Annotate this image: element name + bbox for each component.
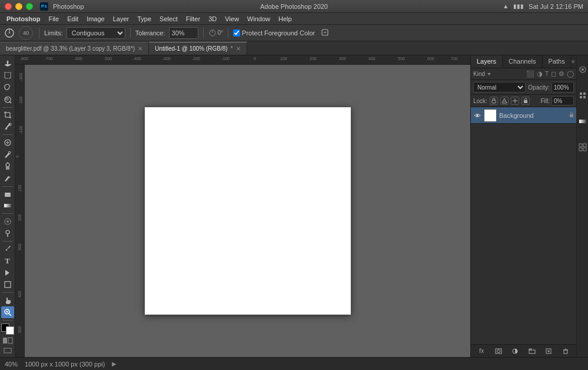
tool-gradient[interactable] — [1, 200, 14, 212]
svg-rect-49 — [570, 114, 573, 117]
menu-file[interactable]: File — [44, 14, 63, 24]
filter-smart-icon[interactable]: ⚙ — [559, 70, 564, 78]
svg-point-32 — [5, 249, 7, 251]
tool-zoom[interactable] — [1, 306, 14, 318]
tab-untitled[interactable]: Untitled-1 @ 100% (RGB/8) * ✕ — [149, 42, 247, 55]
lock-image-icon[interactable] — [500, 97, 509, 105]
panel-options-icon[interactable]: ≡ — [572, 58, 575, 65]
panel-btn-gradients[interactable] — [578, 110, 587, 133]
title-bar-right: ▲ ▮▮▮ Sat Jul 2 12:16 PM — [503, 3, 583, 10]
sep1 — [39, 28, 39, 38]
menu-select[interactable]: Select — [155, 14, 182, 24]
tool-crop[interactable] — [1, 109, 14, 120]
create-group-button[interactable] — [527, 346, 537, 356]
layers-search-bar: Kind ⬛ ◑ T ◻ ⚙ ◯ — [471, 68, 576, 80]
svg-point-2 — [9, 32, 10, 34]
canvas-scroll-area[interactable] — [25, 65, 470, 357]
layers-tabs: Layers Channels Paths ≡ — [471, 55, 576, 68]
delete-layer-button[interactable] — [561, 346, 570, 356]
lock-move-icon[interactable] — [511, 97, 519, 105]
tool-hand[interactable] — [1, 295, 14, 306]
svg-line-10 — [9, 101, 11, 103]
svg-rect-65 — [580, 96, 582, 98]
color-swatch[interactable] — [1, 323, 14, 335]
layers-panel: Layers Channels Paths ≡ Kind ⬛ ◑ T ◻ ⚙ ◯ — [470, 55, 576, 357]
tab-bearglitter-label: bearglitter.pdf @ 33.3% (Layer 3 copy 3,… — [6, 45, 135, 52]
tool-quick-select[interactable] — [1, 94, 14, 105]
panel-btn-patterns[interactable] — [578, 136, 587, 159]
tool-type[interactable]: T — [1, 255, 14, 266]
tool-move[interactable] — [1, 58, 14, 69]
menu-layer[interactable]: Layer — [109, 14, 134, 24]
layer-item-background[interactable]: Background — [471, 107, 576, 124]
maximize-button[interactable] — [26, 3, 33, 10]
tool-pen[interactable] — [1, 243, 14, 255]
svg-rect-41 — [4, 348, 11, 353]
protect-foreground-checkbox[interactable]: Protect Foreground Color — [233, 29, 315, 37]
layer-name: Background — [499, 112, 567, 119]
filter-toggle-icon[interactable]: ◯ — [567, 70, 574, 78]
status-arrow[interactable]: ▶ — [112, 361, 117, 367]
tab-layers[interactable]: Layers — [471, 55, 503, 68]
menu-photoshop[interactable]: Photoshop — [2, 14, 44, 24]
tab-bearglitter[interactable]: bearglitter.pdf @ 33.3% (Layer 3 copy 3,… — [0, 42, 149, 55]
tool-dodge[interactable] — [1, 227, 14, 239]
filter-shape-icon[interactable]: ◻ — [551, 70, 556, 78]
add-adjustment-button[interactable] — [510, 346, 520, 356]
limits-select[interactable]: Contiguous Discontiguous Find Edges — [67, 27, 125, 39]
tool-mask-mode[interactable] — [2, 336, 13, 346]
tool-path-select[interactable] — [1, 267, 14, 278]
wifi-icon: ▲ — [503, 3, 509, 9]
tool-lasso[interactable] — [1, 82, 14, 93]
menu-window[interactable]: Window — [243, 14, 274, 24]
filter-type-icon[interactable]: T — [545, 71, 549, 77]
tool-marquee[interactable] — [1, 70, 14, 81]
panel-btn-swatches[interactable] — [578, 84, 587, 107]
menu-view[interactable]: View — [221, 14, 243, 24]
panel-btn-color[interactable] — [578, 58, 587, 81]
create-layer-button[interactable] — [544, 346, 553, 356]
tool-shape[interactable] — [1, 279, 14, 290]
tool-screen-mode[interactable] — [4, 348, 12, 355]
tab-channels[interactable]: Channels — [503, 55, 542, 68]
add-mask-button[interactable] — [494, 346, 503, 356]
filter-kind-label: Kind — [473, 71, 485, 77]
tab-bearglitter-close[interactable]: ✕ — [138, 45, 142, 52]
lock-pixels-icon[interactable] — [490, 97, 498, 105]
filter-adjustment-icon[interactable]: ◑ — [537, 70, 543, 78]
fill-input[interactable] — [552, 96, 574, 105]
filter-pixel-icon[interactable]: ⬛ — [526, 70, 534, 78]
menu-help[interactable]: Help — [274, 14, 296, 24]
ruler-top: -800 -700 -600 -500 -400 -300 -200 -100 … — [15, 55, 470, 65]
tool-eyedropper[interactable] — [1, 121, 14, 133]
status-bar: 40% 1000 px x 1000 px (300 ppi) ▶ — [0, 357, 588, 370]
svg-rect-47 — [524, 100, 527, 103]
sep-tools-2 — [2, 134, 13, 135]
tab-untitled-close[interactable]: ✕ — [236, 45, 241, 52]
menu-type[interactable]: Type — [133, 14, 155, 24]
opacity-input[interactable] — [552, 82, 574, 92]
tool-brush[interactable] — [1, 148, 14, 160]
lock-all-icon[interactable] — [521, 97, 530, 105]
menu-filter[interactable]: Filter — [182, 14, 204, 24]
tool-blur[interactable] — [1, 216, 14, 227]
menu-image[interactable]: Image — [82, 14, 109, 24]
tool-eraser[interactable] — [1, 188, 14, 199]
menu-edit[interactable]: Edit — [63, 14, 82, 24]
close-button[interactable] — [5, 3, 12, 10]
tolerance-input[interactable] — [169, 27, 198, 39]
tool-history-brush[interactable] — [1, 173, 14, 184]
minimize-button[interactable] — [15, 3, 22, 10]
tool-heal[interactable] — [1, 137, 14, 148]
svg-point-62 — [582, 68, 584, 71]
blend-mode-select[interactable]: Normal Dissolve Multiply Screen — [473, 82, 526, 92]
limits-label: Limits: — [44, 29, 63, 37]
tab-paths[interactable]: Paths — [543, 55, 572, 68]
tool-clone[interactable] — [1, 161, 14, 172]
add-fx-button[interactable]: fx — [477, 346, 486, 356]
svg-line-36 — [9, 313, 11, 316]
protect-icon[interactable] — [321, 28, 329, 38]
menu-3d[interactable]: 3D — [204, 14, 221, 24]
svg-point-23 — [6, 163, 9, 167]
layer-visibility-eye[interactable] — [473, 111, 481, 120]
